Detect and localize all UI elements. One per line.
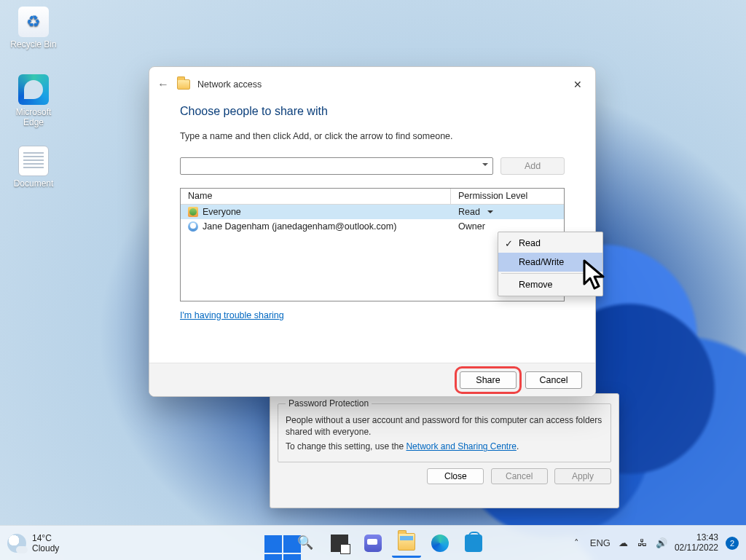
column-header-name[interactable]: Name	[181, 189, 451, 205]
dialog-subtext: Type a name and then click Add, or click…	[180, 131, 565, 141]
row-name: Everyone	[203, 207, 241, 217]
file-explorer-icon	[398, 533, 415, 551]
chat-icon	[364, 535, 382, 552]
desktop-icon-recycle-bin[interactable]: Recycle Bin	[7, 7, 60, 50]
chat-button[interactable]	[358, 529, 388, 558]
permission-context-menu: Read Read/Write Remove	[498, 232, 603, 296]
permission-value: Owner	[458, 221, 485, 232]
close-button[interactable]: Close	[427, 468, 484, 484]
store-icon	[465, 535, 482, 552]
apply-button: Apply	[554, 468, 611, 484]
close-icon[interactable]: ✕	[568, 74, 588, 95]
desktop-icon-document[interactable]: Document	[7, 146, 60, 189]
menu-item-remove[interactable]: Remove	[498, 275, 602, 294]
task-view-button[interactable]	[325, 529, 354, 558]
group-icon	[188, 207, 198, 217]
trouble-sharing-link[interactable]: I'm having trouble sharing	[180, 310, 284, 320]
row-name: Jane Dagenham (janedagenham@outlook.com)	[203, 221, 396, 232]
task-view-icon	[331, 535, 348, 552]
dialog-header: ← Network access ✕	[149, 67, 595, 102]
add-button: Add	[500, 157, 565, 175]
edge-icon	[18, 74, 49, 105]
taskbar: 14°C Cloudy 🔍 ˄ ENG ☁ 🖧 🔊 13:43 02/11/20…	[0, 525, 746, 560]
password-protection-text-1: People without a user account and passwo…	[286, 414, 603, 438]
network-sharing-centre-link[interactable]: Network and Sharing Centre	[406, 441, 516, 451]
folder-icon	[177, 79, 190, 90]
desktop-icon-label: Recycle Bin	[7, 39, 60, 50]
tray-language[interactable]: ENG	[590, 537, 610, 549]
permission-dropdown[interactable]: Read	[451, 206, 564, 218]
desktop-icon-label: Document	[7, 178, 60, 189]
edge-icon	[431, 535, 449, 552]
windows-icon	[264, 535, 280, 551]
text: .	[517, 441, 519, 451]
people-combobox[interactable]	[180, 157, 493, 175]
store-button[interactable]	[459, 529, 488, 558]
desktop-icon-label: Microsoft Edge	[7, 107, 60, 127]
dialog-heading: Choose people to share with	[180, 105, 565, 118]
weather-icon	[7, 534, 26, 553]
recycle-bin-icon	[18, 7, 49, 37]
password-protection-text-2: To change this setting, use the Network …	[286, 441, 603, 452]
search-icon: 🔍	[297, 535, 315, 552]
notification-badge[interactable]: 2	[726, 537, 739, 550]
back-button[interactable]: ←	[157, 78, 170, 91]
group-title: Password Protection	[286, 398, 372, 409]
text: To change this setting, use the	[286, 441, 406, 451]
menu-separator	[501, 273, 600, 274]
document-icon	[18, 146, 49, 176]
table-row[interactable]: Everyone Read	[181, 205, 564, 219]
password-protection-group: Password Protection People without a use…	[278, 398, 611, 462]
tray-volume-icon[interactable]: 🔊	[656, 537, 667, 549]
menu-item-read[interactable]: Read	[498, 234, 602, 253]
edge-button[interactable]	[425, 529, 455, 558]
permission-value: Read	[458, 207, 480, 217]
clock-time: 13:43	[675, 533, 718, 543]
share-button[interactable]: Share	[460, 371, 517, 389]
tray-chevron[interactable]: ˄	[571, 537, 583, 549]
file-explorer-button[interactable]	[392, 529, 421, 558]
window-title: Network access	[197, 79, 262, 90]
taskbar-weather[interactable]: 14°C Cloudy	[7, 533, 59, 553]
permission-value-cell: Owner	[451, 221, 564, 232]
search-button[interactable]: 🔍	[291, 529, 321, 558]
column-header-permission[interactable]: Permission Level	[451, 189, 564, 205]
weather-desc: Cloudy	[32, 543, 59, 553]
taskbar-clock[interactable]: 13:43 02/11/2022	[675, 533, 718, 553]
properties-dialog: Password Protection People without a use…	[270, 393, 619, 508]
cancel-button[interactable]: Cancel	[525, 371, 582, 389]
user-icon	[188, 221, 198, 232]
weather-temp: 14°C	[32, 533, 59, 543]
tray-onedrive-icon[interactable]: ☁	[618, 537, 629, 549]
clock-date: 02/11/2022	[675, 543, 718, 553]
desktop-icon-edge[interactable]: Microsoft Edge	[7, 74, 60, 127]
cancel-button: Cancel	[491, 468, 548, 484]
tray-network-icon[interactable]: 🖧	[637, 537, 648, 549]
menu-item-read-write[interactable]: Read/Write	[498, 253, 602, 272]
start-button[interactable]	[258, 529, 287, 558]
